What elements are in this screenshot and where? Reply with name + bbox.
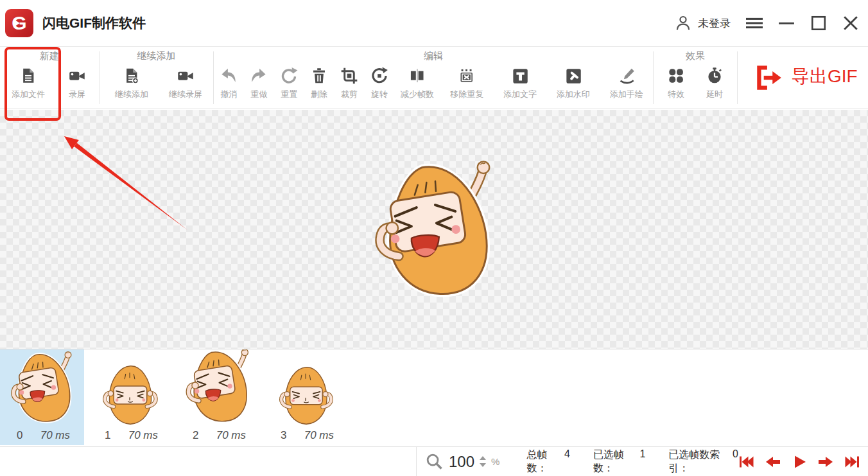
delete-button[interactable]: 删除 <box>304 62 334 100</box>
frame-index: 2 <box>193 429 198 442</box>
zoom-control: 100 % <box>416 447 499 476</box>
group-label-continue: 继续添加 <box>100 49 213 62</box>
frame-1-image <box>94 362 166 428</box>
status-bar: 100 % 总帧数：4 已选帧数：1 已选帧数索引：0 <box>0 446 868 476</box>
prev-frame-button[interactable] <box>765 454 781 470</box>
remove-duplicate-icon <box>457 66 476 85</box>
zoom-value[interactable]: 100 <box>449 453 474 471</box>
frame-thumbnail-1[interactable]: 1 70 ms <box>88 349 172 445</box>
editor-canvas[interactable] <box>0 110 868 349</box>
toolbar-group-new: 新建 添加文件 录屏 <box>0 47 99 109</box>
add-file-icon <box>19 66 38 85</box>
reduce-frames-button[interactable]: 减少帧数 <box>394 62 440 100</box>
add-file-button[interactable]: 添加文件 <box>0 62 56 100</box>
zoom-unit: % <box>491 456 499 467</box>
frame-0-image <box>4 350 80 428</box>
frame-stats: 总帧数：4 已选帧数：1 已选帧数索引：0 <box>526 448 738 475</box>
reset-icon <box>279 66 299 85</box>
crop-icon <box>340 66 359 85</box>
add-watermark-icon <box>564 66 583 85</box>
app-logo: G <box>5 9 33 37</box>
total-frames-value: 4 <box>564 448 570 475</box>
frame-thumbnail-0[interactable]: 0 70 ms <box>0 349 84 445</box>
reduce-frames-icon <box>408 66 427 85</box>
zoom-stepper[interactable] <box>480 456 486 467</box>
hamburger-icon <box>746 15 763 31</box>
undo-button[interactable]: 撤消 <box>214 62 244 100</box>
frame-duration: 70 ms <box>304 429 334 442</box>
minimize-button[interactable] <box>778 15 795 31</box>
menu-button[interactable] <box>746 15 763 31</box>
continue-record-button[interactable]: 继续录屏 <box>159 62 213 100</box>
app-title: 闪电GIF制作软件 <box>42 14 146 32</box>
undo-icon <box>219 66 238 85</box>
frame-2-image <box>179 349 257 428</box>
record-screen-button[interactable]: 录屏 <box>56 62 98 100</box>
close-button[interactable] <box>842 15 859 31</box>
frame-thumbnail-2[interactable]: 2 70 ms <box>176 349 260 445</box>
prev-frame-icon <box>765 454 781 470</box>
add-file-plus-icon <box>122 66 141 85</box>
group-label-effects: 效果 <box>654 49 737 62</box>
selected-index-value: 0 <box>733 448 738 475</box>
frame-index: 1 <box>105 429 110 442</box>
toolbar-group-edit: 编辑 撤消 重做 重置 <box>214 47 653 109</box>
skip-first-button[interactable] <box>738 454 755 470</box>
play-button[interactable] <box>791 454 808 470</box>
magnifier-icon <box>426 453 444 471</box>
frame-index: 3 <box>281 429 286 442</box>
export-gif-button[interactable]: 导出GIF <box>738 47 858 109</box>
add-text-button[interactable]: 添加文字 <box>494 62 547 100</box>
crop-button[interactable]: 裁剪 <box>334 62 364 100</box>
record-screen-icon <box>176 66 195 85</box>
spinner-up-icon <box>480 456 486 460</box>
effects-button[interactable]: 特效 <box>657 62 695 100</box>
toolbar: 新建 添加文件 录屏 继续添加 <box>0 46 868 109</box>
login-status[interactable]: 未登录 <box>698 16 731 31</box>
add-watermark-button[interactable]: 添加水印 <box>546 62 600 100</box>
effects-icon <box>666 66 686 85</box>
frame-thumbnail-3[interactable]: 3 70 ms <box>264 349 348 445</box>
selected-frames-value: 1 <box>639 448 645 475</box>
play-glyph <box>15 20 20 26</box>
selected-frames-label: 已选帧数： <box>593 448 636 475</box>
total-frames-label: 总帧数： <box>526 448 560 475</box>
frame-filmstrip: 0 70 ms 1 70 ms 2 70 ms 3 70 ms <box>0 349 868 446</box>
play-icon <box>791 454 808 470</box>
export-icon <box>753 63 784 93</box>
delete-icon <box>309 66 329 85</box>
continue-add-label: 继续添加 <box>115 89 148 100</box>
delay-button[interactable]: 延时 <box>695 62 734 100</box>
user-account-button[interactable] <box>675 15 691 31</box>
export-gif-label: 导出GIF <box>792 64 858 89</box>
continue-record-label: 继续录屏 <box>169 89 202 100</box>
redo-icon <box>249 66 268 85</box>
record-screen-label: 录屏 <box>69 89 85 100</box>
next-frame-icon <box>817 454 834 470</box>
frame-duration: 70 ms <box>40 429 70 442</box>
user-icon <box>675 15 691 31</box>
maximize-icon <box>810 15 827 31</box>
selected-index-label: 已选帧数索引： <box>668 448 729 475</box>
remove-duplicate-button[interactable]: 移除重复 <box>440 62 494 100</box>
redo-button[interactable]: 重做 <box>244 62 274 100</box>
hand-draw-icon <box>617 66 636 85</box>
rotate-button[interactable]: 旋转 <box>364 62 394 100</box>
minimize-icon <box>778 15 795 31</box>
group-label-new: 新建 <box>0 49 99 62</box>
spinner-down-icon <box>480 463 486 467</box>
record-screen-icon <box>67 66 87 85</box>
skip-first-icon <box>738 454 755 470</box>
continue-add-button[interactable]: 继续添加 <box>105 62 159 100</box>
frame-duration: 70 ms <box>128 429 158 442</box>
next-frame-button[interactable] <box>817 454 834 470</box>
skip-last-icon <box>844 454 860 470</box>
hand-draw-button[interactable]: 添加手绘 <box>600 62 653 100</box>
toolbar-group-continue: 继续添加 继续添加 继续录屏 <box>100 47 213 109</box>
skip-last-button[interactable] <box>844 454 860 470</box>
add-text-icon <box>510 66 530 85</box>
maximize-button[interactable] <box>810 15 827 31</box>
reset-button[interactable]: 重置 <box>274 62 304 100</box>
toolbar-group-effects: 效果 特效 延时 <box>654 47 737 109</box>
delay-icon <box>705 66 724 85</box>
